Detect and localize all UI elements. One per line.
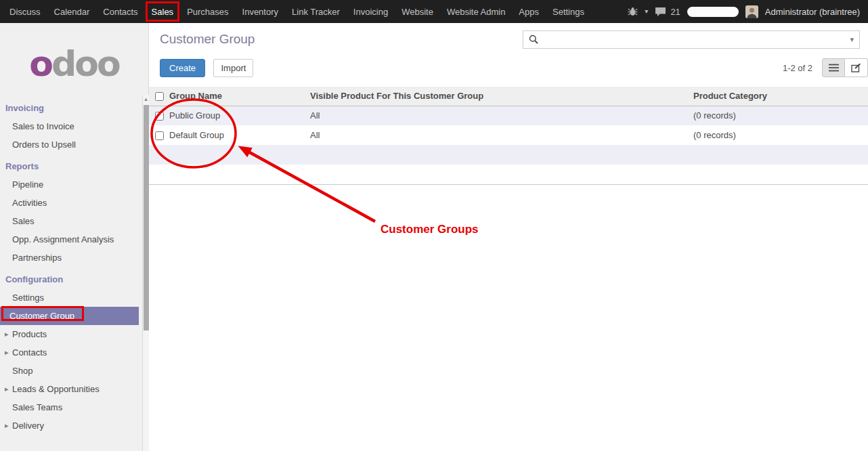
cell-product-category: (0 records) <box>693 106 868 125</box>
row-checkbox-cell <box>149 106 169 125</box>
nav-settings[interactable]: Settings <box>546 0 591 23</box>
sidebar-item-delivery[interactable]: ▸ Delivery <box>0 416 139 435</box>
nav-invoicing[interactable]: Invoicing <box>347 0 395 23</box>
app-menu: Discuss Calendar Contacts Sales Purchase… <box>0 0 591 23</box>
empty-row <box>149 165 868 184</box>
nav-discuss[interactable]: Discuss <box>3 0 47 23</box>
sidebar-item-opp-assignment-analysis[interactable]: Opp. Assignment Analysis <box>0 230 139 249</box>
search-dropdown-caret-icon[interactable]: ▾ <box>850 35 854 44</box>
control-panel-top: Customer Group ▾ <box>149 23 868 49</box>
sidebar-section-reports: Reports Pipeline Activities Sales Opp. A… <box>0 157 139 267</box>
table-row[interactable]: Default Group All (0 records) <box>149 125 868 145</box>
section-title: Reports <box>0 157 139 175</box>
control-panel-buttons: Create Import 1-2 of 2 <box>149 49 868 78</box>
row-checkbox[interactable] <box>155 112 164 121</box>
sidebar-item-settings[interactable]: Settings <box>0 288 139 307</box>
sidebar-item-sales-to-invoice[interactable]: Sales to Invoice <box>0 117 139 135</box>
form-view-button[interactable] <box>845 58 868 77</box>
sidebar-item-label: Contacts <box>12 347 47 358</box>
search-icon <box>529 35 538 44</box>
column-header-group-name[interactable]: Group Name <box>169 87 310 106</box>
empty-cell <box>149 165 868 184</box>
section-title: Invoicing <box>0 99 139 117</box>
table-header-row: Group Name Visible Product For This Cust… <box>149 87 868 106</box>
nav-sales-label: Sales <box>152 7 174 17</box>
pager-area: 1-2 of 2 <box>783 58 868 77</box>
chevron-right-icon: ▸ <box>5 325 9 343</box>
sidebar-section-invoicing: Invoicing Sales to Invoice Orders to Ups… <box>0 99 139 154</box>
debug-dropdown-caret-icon[interactable]: ▾ <box>645 8 648 15</box>
sidebar-item-customer-group[interactable]: Customer Group <box>0 307 139 325</box>
cell-group-name: Default Group <box>169 125 310 145</box>
message-count: 21 <box>670 7 680 17</box>
customer-group-table: Group Name Visible Product For This Cust… <box>149 87 868 185</box>
sidebar-item-label: Customer Group <box>9 311 74 321</box>
table-row[interactable]: Public Group All (0 records) <box>149 106 868 125</box>
cell-group-name: Public Group <box>169 106 310 125</box>
sidebar-item-label: Delivery <box>12 421 44 431</box>
cell-visible-product: All <box>310 106 693 125</box>
sidebar: odoo Invoicing Sales to Invoice Orders t… <box>0 23 149 451</box>
row-checkbox-cell <box>149 125 169 145</box>
sidebar-item-activities[interactable]: Activities <box>0 194 139 212</box>
top-navigation-bar: Discuss Calendar Contacts Sales Purchase… <box>0 0 868 23</box>
sidebar-scrollbar[interactable]: ▴ <box>142 95 149 451</box>
cell-product-category: (0 records) <box>693 125 868 145</box>
cell-visible-product: All <box>310 125 693 145</box>
list-view-icon <box>829 64 839 72</box>
nav-contacts[interactable]: Contacts <box>96 0 144 23</box>
sidebar-item-leads-opportunities[interactable]: ▸ Leads & Opportunities <box>0 380 139 398</box>
nav-apps[interactable]: Apps <box>512 0 546 23</box>
status-pill <box>687 7 739 17</box>
column-header-visible-product[interactable]: Visible Product For This Customer Group <box>310 87 693 106</box>
sidebar-item-shop[interactable]: Shop <box>0 362 139 380</box>
user-avatar[interactable] <box>745 5 758 18</box>
sidebar-item-sales[interactable]: Sales <box>0 212 139 230</box>
pager-text: 1-2 of 2 <box>783 63 812 73</box>
action-buttons: Create Import <box>160 59 253 77</box>
sidebar-item-contacts[interactable]: ▸ Contacts <box>0 343 139 362</box>
scrollbar-thumb[interactable] <box>144 105 149 330</box>
chevron-right-icon: ▸ <box>5 416 9 435</box>
chevron-right-icon: ▸ <box>5 380 9 398</box>
sidebar-item-label: Products <box>12 329 47 339</box>
page-title: Customer Group <box>160 32 255 47</box>
list-view-button[interactable] <box>822 58 845 77</box>
sidebar-item-sales-teams[interactable]: Sales Teams <box>0 398 139 416</box>
section-title: Configuration <box>0 270 139 288</box>
search-box[interactable]: ▾ <box>523 30 860 49</box>
form-view-edit-icon <box>851 64 861 72</box>
sidebar-item-partnerships[interactable]: Partnerships <box>0 249 139 267</box>
sidebar-menu: Invoicing Sales to Invoice Orders to Ups… <box>0 99 139 435</box>
nav-website-admin[interactable]: Website Admin <box>440 0 512 23</box>
chevron-right-icon: ▸ <box>5 343 9 362</box>
scroll-up-arrow-icon[interactable]: ▴ <box>143 95 149 104</box>
search-input[interactable] <box>543 34 850 45</box>
main-content: Customer Group ▾ Create Import 1-2 of 2 <box>149 23 868 451</box>
column-header-product-category[interactable]: Product Category <box>693 87 868 106</box>
nav-website[interactable]: Website <box>395 0 440 23</box>
messages-chat-icon[interactable] <box>655 7 666 17</box>
select-all-checkbox[interactable] <box>155 92 164 101</box>
sidebar-item-orders-to-upsell[interactable]: Orders to Upsell <box>0 135 139 154</box>
sidebar-section-configuration: Configuration Settings Customer Group ▸ … <box>0 270 139 435</box>
sidebar-item-pipeline[interactable]: Pipeline <box>0 175 139 194</box>
select-all-cell <box>149 87 169 106</box>
nav-sales[interactable]: Sales <box>145 0 181 23</box>
sidebar-item-label: Leads & Opportunities <box>12 384 100 394</box>
empty-cell <box>149 145 868 165</box>
create-button[interactable]: Create <box>160 59 205 77</box>
row-checkbox[interactable] <box>155 131 164 140</box>
odoo-logo: odoo <box>0 46 148 81</box>
nav-link-tracker[interactable]: Link Tracker <box>285 0 347 23</box>
nav-purchases[interactable]: Purchases <box>180 0 235 23</box>
view-switcher <box>822 58 868 77</box>
empty-row <box>149 145 868 165</box>
nav-inventory[interactable]: Inventory <box>236 0 285 23</box>
nav-calendar[interactable]: Calendar <box>47 0 97 23</box>
sidebar-item-products[interactable]: ▸ Products <box>0 325 139 343</box>
systray: ▾ 21 Administrator (braintree) <box>628 0 868 23</box>
user-menu[interactable]: Administrator (braintree) <box>765 7 860 17</box>
import-button[interactable]: Import <box>213 59 253 77</box>
debug-bug-icon[interactable] <box>628 7 638 16</box>
